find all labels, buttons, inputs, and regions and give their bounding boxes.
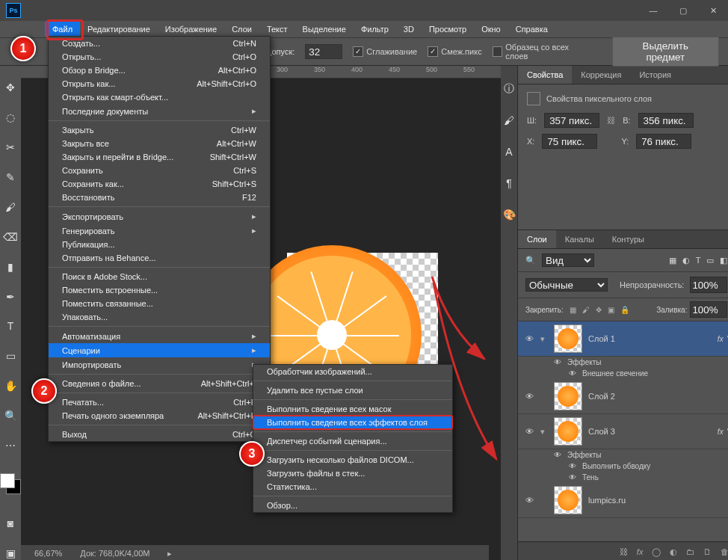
visibility-icon[interactable]: 👁	[524, 334, 534, 343]
move-tool-icon[interactable]: ✥	[2, 79, 19, 96]
visibility-icon[interactable]: 👁	[524, 496, 534, 505]
file-menu-item[interactable]: Публикация...	[49, 238, 270, 251]
more-tool-icon[interactable]: ⋯	[2, 437, 19, 454]
submenu-item[interactable]: Выполнить сведение всех масок	[253, 402, 452, 416]
mask-icon[interactable]: ◯	[652, 547, 661, 557]
layer-name[interactable]: Слой 1	[588, 334, 615, 343]
lock-artboard-icon[interactable]: ▣	[608, 306, 614, 314]
filter-pixel-icon[interactable]: ▦	[669, 256, 676, 265]
layer-thumbnail[interactable]	[554, 417, 582, 446]
file-menu-item[interactable]: Экспортировать▸	[49, 209, 270, 224]
file-menu-item[interactable]: СохранитьCtrl+S	[49, 164, 270, 177]
filter-type-icon[interactable]: T	[696, 256, 701, 265]
tab-adjustments[interactable]: Коррекция	[572, 66, 630, 84]
smooth-checkbox[interactable]	[353, 46, 363, 57]
file-menu-item[interactable]: Поместить связанные...	[49, 297, 270, 310]
submenu-item[interactable]: Диспетчер событий сценария...	[253, 434, 452, 448]
visibility-icon[interactable]: 👁	[524, 427, 534, 436]
file-menu-item[interactable]: Импортировать▸	[49, 357, 270, 372]
select-subject-button[interactable]: Выделить предмет	[612, 37, 719, 67]
file-menu-item[interactable]: Создать...Ctrl+N	[49, 37, 270, 50]
submenu-item[interactable]: Статистика...	[253, 480, 452, 493]
file-menu-item[interactable]: Печать одного экземпляраAlt+Shift+Ctrl+P	[49, 409, 270, 422]
character-panel-icon[interactable]: A	[501, 144, 517, 160]
adjustment-icon[interactable]: ◐	[670, 547, 677, 557]
maximize-button[interactable]: ▢	[668, 0, 698, 21]
menu-слои[interactable]: Слои	[224, 21, 259, 37]
effect-item[interactable]: 👁Внешнее свечение	[518, 368, 728, 379]
width-input[interactable]	[544, 113, 599, 128]
screenmode-icon[interactable]: ▣	[2, 545, 19, 560]
file-menu-item[interactable]: Поиск в Adobe Stock...	[49, 270, 270, 283]
paragraph-panel-icon[interactable]: ¶	[501, 175, 517, 191]
menu-фильтр[interactable]: Фильтр	[354, 21, 396, 37]
fill-input[interactable]	[690, 301, 727, 318]
submenu-item[interactable]: Загрузить файлы в стек...	[253, 467, 452, 480]
layer-name[interactable]: Слой 3	[588, 427, 615, 436]
link-icon[interactable]: ⛓	[607, 116, 615, 125]
visibility-icon[interactable]: 👁	[552, 358, 563, 366]
contig-checkbox[interactable]	[428, 46, 438, 57]
submenu-item[interactable]: Выполнить сведение всех эффектов слоя	[253, 416, 452, 429]
file-menu-item[interactable]: Сценарии▸	[49, 343, 270, 357]
expand-icon[interactable]: ▾	[540, 427, 548, 437]
tolerance-input[interactable]	[305, 44, 342, 59]
menu-просмотр[interactable]: Просмотр	[422, 21, 474, 37]
file-menu-item[interactable]: Закрыть и перейти в Bridge...Shift+Ctrl+…	[49, 150, 270, 164]
effect-item[interactable]: 👁Выполнить обводку	[518, 461, 728, 472]
minimize-button[interactable]: —	[638, 0, 668, 21]
opacity-input[interactable]	[690, 277, 727, 293]
file-menu-item[interactable]: Закрыть всеAlt+Ctrl+W	[49, 137, 270, 150]
lock-brush-icon[interactable]: 🖌	[582, 306, 590, 314]
visibility-icon[interactable]: 👁	[567, 462, 578, 470]
layer-row[interactable]: 👁▾Слой 3fx ˅	[518, 414, 728, 449]
submenu-item[interactable]: Удалить все пустые слои	[253, 384, 452, 397]
height-input[interactable]	[638, 113, 694, 128]
submenu-item[interactable]: Обработчик изображений...	[253, 365, 452, 378]
file-menu-item[interactable]: Отправить на Behance...	[49, 251, 270, 265]
lock-pixels-icon[interactable]: ▦	[570, 306, 576, 314]
zoom-level[interactable]: 66,67%	[34, 549, 62, 558]
file-menu-item[interactable]: Сохранить как...Shift+Ctrl+S	[49, 177, 270, 191]
submenu-item[interactable]: Обзор...	[253, 499, 452, 512]
visibility-icon[interactable]: 👁	[567, 473, 578, 481]
hand-tool-icon[interactable]: ✋	[2, 378, 19, 394]
file-menu-item[interactable]: Обзор в Bridge...Alt+Ctrl+O	[49, 64, 270, 77]
file-menu-item[interactable]: Открыть...Ctrl+O	[49, 50, 270, 64]
fx-icon[interactable]: fx	[637, 547, 644, 556]
expand-icon[interactable]: ▾	[540, 334, 548, 344]
file-menu-item[interactable]: Печатать...Ctrl+P	[49, 396, 270, 409]
layer-thumbnail[interactable]	[554, 486, 582, 514]
zoom-tool-icon[interactable]: 🔍	[2, 407, 19, 424]
type-tool-icon[interactable]: T	[2, 319, 19, 335]
menu-изображение[interactable]: Изображение	[158, 21, 224, 37]
file-menu-item[interactable]: Генерировать▸	[49, 224, 270, 238]
layer-name[interactable]: lumpics.ru	[588, 496, 626, 505]
lock-all-icon[interactable]: 🔒	[620, 306, 629, 314]
filter-smart-icon[interactable]: ◧	[720, 256, 727, 265]
pen-tool-icon[interactable]: ✒	[2, 289, 19, 305]
file-menu-item[interactable]: ВосстановитьF12	[49, 191, 270, 204]
fx-badge[interactable]: fx ˅	[718, 428, 728, 436]
submenu-item[interactable]: Загрузить несколько файлов DICOM...	[253, 453, 452, 467]
file-menu-item[interactable]: Поместить встроенные...	[49, 283, 270, 297]
gradient-tool-icon[interactable]: ▮	[2, 259, 19, 275]
shape-tool-icon[interactable]: ▭	[2, 348, 19, 364]
file-menu-item[interactable]: Автоматизация▸	[49, 329, 270, 343]
menu-окно[interactable]: Окно	[474, 21, 508, 37]
layer-row[interactable]: 👁Слой 2	[518, 379, 728, 414]
layer-thumbnail[interactable]	[554, 382, 582, 410]
tab-channels[interactable]: Каналы	[556, 230, 603, 248]
eraser-tool-icon[interactable]: ⌫	[2, 229, 19, 245]
filter-adj-icon[interactable]: ◐	[682, 256, 690, 265]
brush-tool-icon[interactable]: 🖌	[2, 199, 19, 215]
filter-shape-icon[interactable]: ▭	[706, 256, 714, 265]
file-menu-item[interactable]: Открыть как...Alt+Shift+Ctrl+O	[49, 77, 270, 90]
visibility-icon[interactable]: 👁	[552, 451, 563, 459]
fx-badge[interactable]: fx ˅	[718, 335, 728, 343]
tab-paths[interactable]: Контуры	[603, 230, 653, 248]
lock-position-icon[interactable]: ✥	[596, 306, 602, 314]
crop-tool-icon[interactable]: ✂	[2, 139, 19, 156]
all-layers-checkbox[interactable]	[493, 46, 503, 57]
tab-properties[interactable]: Свойства	[518, 66, 572, 84]
